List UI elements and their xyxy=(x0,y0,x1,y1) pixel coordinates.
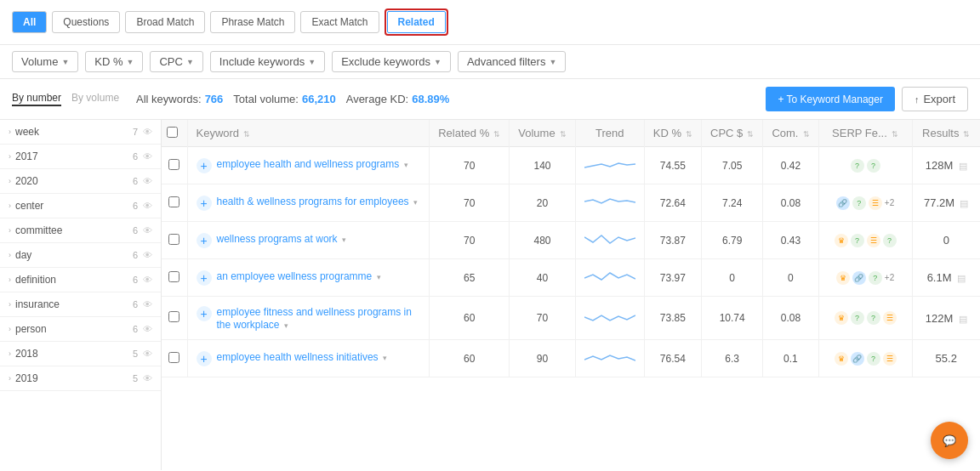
serp-icon: 🔗 xyxy=(836,196,850,210)
chevron-right-icon: › xyxy=(9,226,11,235)
dropdown-arrow[interactable]: ▾ xyxy=(413,198,418,207)
filter-advanced[interactable]: Advanced filters ▼ xyxy=(458,51,566,72)
sidebar-item-label: 2017 xyxy=(15,150,38,162)
col-kd-header[interactable]: KD % ⇅ xyxy=(644,120,701,147)
sidebar-item[interactable]: › committee 6 👁 xyxy=(0,218,161,243)
serp-icon: ? xyxy=(867,311,880,325)
tab-exact-match[interactable]: Exact Match xyxy=(300,11,379,33)
tab-questions[interactable]: Questions xyxy=(52,11,120,33)
sidebar-item[interactable]: › definition 6 👁 xyxy=(0,268,161,292)
results-icon: ▤ xyxy=(959,314,967,324)
tab-by-number[interactable]: By number xyxy=(12,92,61,106)
keyword-link[interactable]: employee health and wellness programs xyxy=(217,158,400,170)
keyword-link[interactable]: employee fitness and wellness programs i… xyxy=(217,306,412,331)
eye-icon: 👁 xyxy=(143,250,152,260)
serp-icon: 🔗 xyxy=(852,271,866,285)
col-related-header[interactable]: Related % ⇅ xyxy=(430,120,510,147)
row-checkbox[interactable] xyxy=(168,196,179,207)
sidebar-item-count: 6 xyxy=(133,225,138,236)
add-keyword-button[interactable]: + xyxy=(197,270,212,286)
results-icon: ▤ xyxy=(957,273,966,283)
sidebar-item[interactable]: › 2017 6 👁 xyxy=(0,145,161,169)
keyword-link[interactable]: health & wellness programs for employees xyxy=(217,196,409,207)
filter-cpc[interactable]: CPC ▼ xyxy=(150,51,202,72)
tab-phrase-match[interactable]: Phrase Match xyxy=(210,11,295,33)
col-serp-header[interactable]: SERP Fe... ⇅ xyxy=(818,120,912,147)
dropdown-arrow[interactable]: ▾ xyxy=(284,321,288,330)
filter-kd[interactable]: KD % ▼ xyxy=(85,51,143,72)
dropdown-arrow[interactable]: ▾ xyxy=(404,161,408,169)
sidebar-item[interactable]: › 2019 5 👁 xyxy=(0,366,161,391)
dropdown-arrow[interactable]: ▾ xyxy=(342,236,346,244)
filter-volume[interactable]: Volume ▼ xyxy=(12,51,78,72)
col-volume-header[interactable]: Volume ⇅ xyxy=(510,120,575,147)
sidebar-item-count: 6 xyxy=(133,275,138,285)
sidebar-item-label: week xyxy=(15,126,39,138)
filter-exclude-keywords[interactable]: Exclude keywords ▼ xyxy=(332,51,451,72)
add-keyword-button[interactable]: + xyxy=(197,351,212,366)
sidebar-item-count: 6 xyxy=(133,151,138,162)
sidebar-item-label: 2019 xyxy=(15,372,38,384)
add-keyword-button[interactable]: + xyxy=(197,158,212,173)
related-tab-wrapper: Related xyxy=(385,9,448,36)
table-row: + employee health wellness initiatives ▾… xyxy=(162,340,980,377)
eye-icon: 👁 xyxy=(143,127,152,137)
eye-icon: 👁 xyxy=(143,176,152,186)
serp-plus: +2 xyxy=(885,198,894,207)
sidebar-item-label: person xyxy=(15,323,47,335)
tab-related[interactable]: Related xyxy=(387,11,446,33)
sidebar-item[interactable]: › 2020 6 👁 xyxy=(0,169,161,194)
dropdown-arrow[interactable]: ▾ xyxy=(383,354,387,362)
keyword-link[interactable]: an employee wellness programme xyxy=(217,270,373,282)
sidebar-item-count: 5 xyxy=(133,349,138,359)
col-com-header[interactable]: Com. ⇅ xyxy=(763,120,818,147)
serp-icon: ☰ xyxy=(867,234,880,247)
trend-chart xyxy=(584,349,635,366)
col-results-header[interactable]: Results ⇅ xyxy=(912,120,980,147)
results-value: 128M xyxy=(926,159,954,172)
chevron-right-icon: › xyxy=(9,275,11,284)
tab-by-volume[interactable]: By volume xyxy=(71,92,119,106)
serp-icon: ☰ xyxy=(883,311,897,325)
sidebar-item[interactable]: › 2018 5 👁 xyxy=(0,342,161,366)
sidebar-item[interactable]: › week 7 👁 xyxy=(0,120,161,145)
keyword-link[interactable]: employee health wellness initiatives xyxy=(217,351,379,363)
chat-button[interactable]: 💬 xyxy=(931,422,968,459)
results-value: 122M xyxy=(926,312,954,325)
add-keyword-button[interactable]: + xyxy=(197,306,212,321)
eye-icon: 👁 xyxy=(143,373,152,383)
row-checkbox[interactable] xyxy=(168,352,179,363)
sidebar-item[interactable]: › insurance 6 👁 xyxy=(0,292,161,317)
total-volume-label: Total volume: xyxy=(233,93,299,105)
all-keywords-value: 766 xyxy=(205,93,224,105)
tab-all[interactable]: All xyxy=(12,11,47,33)
sidebar-item[interactable]: › day 6 👁 xyxy=(0,243,161,268)
sidebar-item[interactable]: › person 6 👁 xyxy=(0,317,161,342)
to-keyword-manager-button[interactable]: + To Keyword Manager xyxy=(766,87,895,111)
add-keyword-button[interactable]: + xyxy=(197,233,212,248)
export-button[interactable]: ↑ Export xyxy=(902,87,968,111)
stats-bar: By number By volume All keywords: 766 To… xyxy=(0,79,980,120)
serp-icon: ♛ xyxy=(836,271,850,285)
row-checkbox[interactable] xyxy=(168,311,179,322)
col-trend-header: Trend xyxy=(575,120,644,147)
sidebar-item[interactable]: › center 6 👁 xyxy=(0,194,161,218)
chevron-right-icon: › xyxy=(9,374,11,383)
row-checkbox[interactable] xyxy=(168,234,179,245)
add-keyword-button[interactable]: + xyxy=(197,196,212,211)
tab-broad-match[interactable]: Broad Match xyxy=(125,11,205,33)
filter-include-keywords[interactable]: Include keywords ▼ xyxy=(210,51,325,72)
serp-icon: ☰ xyxy=(869,196,882,210)
sidebar-item-count: 5 xyxy=(133,373,138,383)
chevron-right-icon: › xyxy=(9,325,11,333)
row-checkbox[interactable] xyxy=(168,159,179,170)
row-checkbox[interactable] xyxy=(168,271,179,282)
col-cpc-header[interactable]: CPC $ ⇅ xyxy=(702,120,763,147)
table-row: + wellness programs at work ▾ 70 480 xyxy=(162,222,980,259)
col-keyword-header[interactable]: Keyword ⇅ xyxy=(187,120,430,147)
sidebar-item-label: insurance xyxy=(15,298,60,310)
dropdown-arrow[interactable]: ▾ xyxy=(377,273,381,281)
keyword-link[interactable]: wellness programs at work xyxy=(217,233,338,245)
select-all-checkbox[interactable] xyxy=(167,127,178,138)
main-content: › week 7 👁 › 2017 6 👁 › 2020 xyxy=(0,120,980,470)
